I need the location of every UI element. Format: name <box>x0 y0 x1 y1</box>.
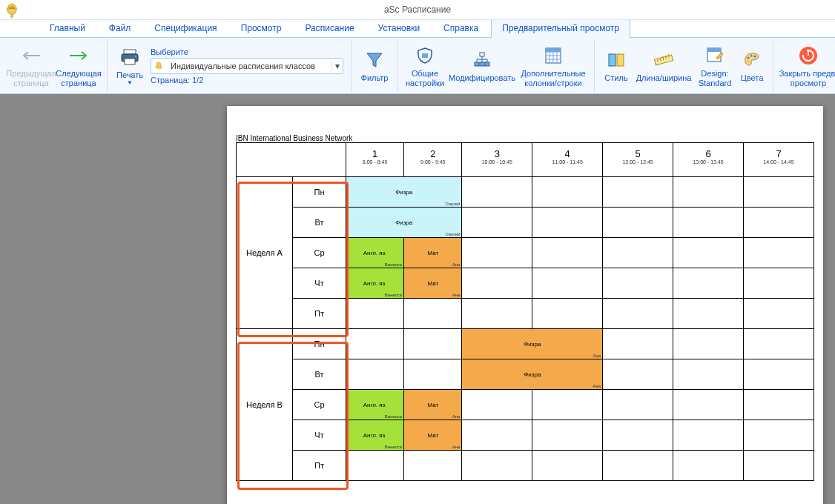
design-icon <box>704 45 725 66</box>
tab-spec[interactable]: Спецификация <box>143 19 228 37</box>
preview-page: 6 A IBN International Business Network 1… <box>227 106 823 504</box>
timetable: 18:00 - 8:45 29:00 - 9:45 310:00 - 10:45… <box>236 142 814 481</box>
svg-point-21 <box>753 56 756 58</box>
svg-rect-14 <box>609 54 615 66</box>
svg-rect-9 <box>475 62 479 66</box>
template-dropdown-value: Индивидуальные расписания классов <box>166 62 331 70</box>
page-indicator: Страница: 1/2 <box>151 76 343 84</box>
app-icon: aSc <box>3 1 21 19</box>
tab-view[interactable]: Просмотр <box>230 19 293 37</box>
ruler-icon <box>653 50 674 70</box>
tab-file[interactable]: Файл <box>98 19 142 37</box>
width-height-button[interactable]: Длина/ширина <box>633 40 694 92</box>
svg-rect-10 <box>480 62 484 66</box>
power-icon <box>798 45 819 66</box>
day-cell: Пн <box>293 177 346 208</box>
arrow-left-icon <box>21 45 42 66</box>
tab-help[interactable]: Справка <box>432 19 489 37</box>
svg-point-5 <box>135 56 136 57</box>
tab-schedule[interactable]: Расписание <box>294 19 365 37</box>
svg-rect-7 <box>422 53 428 58</box>
tab-main[interactable]: Главный <box>39 19 96 37</box>
ribbon-tabstrip: Главный Файл Спецификация Просмотр Распи… <box>0 20 835 38</box>
style-button[interactable]: Стиль <box>599 40 633 92</box>
svg-rect-15 <box>617 54 624 66</box>
tab-install[interactable]: Установки <box>367 19 431 37</box>
svg-rect-2 <box>124 50 136 54</box>
svg-point-22 <box>747 61 749 63</box>
tab-preview[interactable]: Предварительный просмотр <box>491 19 630 38</box>
ribbon: Предыдущая страница Следующая страница <box>0 38 835 94</box>
shield-icon <box>415 45 435 66</box>
workspace[interactable]: 6 A IBN International Business Network 1… <box>0 94 835 504</box>
modify-button[interactable]: Модифицировать <box>447 40 517 92</box>
svg-point-19 <box>747 57 749 59</box>
window-title: aSc Расписание <box>384 4 451 15</box>
grid-icon <box>543 45 564 66</box>
filter-button[interactable]: Фильтр <box>356 40 393 92</box>
print-button[interactable]: Печать ▼ <box>112 40 148 92</box>
colors-button[interactable]: Цвета <box>736 40 768 92</box>
palette-icon <box>742 50 762 70</box>
funnel-icon <box>364 50 385 70</box>
arrow-right-icon <box>68 45 89 66</box>
template-dropdown[interactable]: Индивидуальные расписания классов ▾ <box>151 58 343 74</box>
close-preview-button[interactable]: Закрыть предв. просмотр <box>778 40 835 92</box>
bell-small-icon <box>151 59 166 73</box>
extra-rows-cols-button[interactable]: Дополнительные колонки/строки <box>517 40 590 92</box>
chevron-down-icon: ▾ <box>331 61 343 71</box>
week-a-label: Неделя A <box>237 177 293 329</box>
next-page-button[interactable]: Следующая страница <box>55 40 102 92</box>
class-title: 6 A <box>236 106 814 109</box>
hierarchy-icon <box>472 50 492 70</box>
period-num: 1 <box>347 144 403 159</box>
select-label: Выберите <box>151 47 343 56</box>
style-icon <box>606 50 627 70</box>
svg-rect-8 <box>480 53 484 56</box>
svg-rect-13 <box>546 48 561 52</box>
svg-point-6 <box>158 69 159 70</box>
dropdown-arrow-icon: ▼ <box>127 79 133 86</box>
design-button[interactable]: Design: Standard <box>694 40 736 92</box>
period-time: 8:00 - 8:45 <box>347 159 403 168</box>
printer-icon <box>119 47 140 67</box>
title-bar: aSc aSc Расписание <box>0 0 835 20</box>
prev-page-button: Предыдущая страница <box>7 40 55 92</box>
svg-point-20 <box>750 55 752 57</box>
global-settings-button[interactable]: Общие настройки <box>403 40 447 92</box>
svg-rect-18 <box>707 48 721 52</box>
week-b-label: Неделя B <box>237 329 293 481</box>
school-name: IBN International Business Network <box>236 134 814 142</box>
svg-rect-4 <box>125 59 135 64</box>
svg-rect-11 <box>485 62 489 66</box>
svg-text:aSc: aSc <box>9 5 16 10</box>
svg-point-0 <box>10 15 13 17</box>
